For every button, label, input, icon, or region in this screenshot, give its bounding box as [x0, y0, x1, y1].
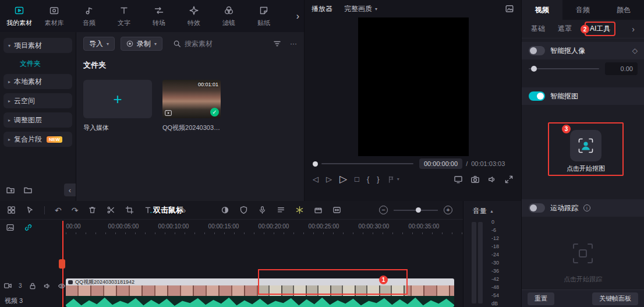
reset-button[interactable]: 重置	[528, 292, 554, 305]
search-input[interactable]	[185, 40, 249, 48]
zoom-out-button[interactable]: −	[379, 206, 388, 214]
nav-audio[interactable]: 音频	[72, 2, 106, 30]
nav-effects[interactable]: 特效	[177, 2, 211, 30]
play-button[interactable]: ▷	[339, 174, 347, 184]
top-nav: 我的素材 素材库 音频 文字 转场 特效 滤镜 贴纸 ›	[0, 0, 304, 32]
link-icon[interactable]	[24, 223, 33, 232]
folder-icon[interactable]	[23, 185, 33, 195]
volume-header[interactable]: 音量 ▲	[463, 201, 521, 216]
visibility-eye-icon[interactable]	[58, 282, 66, 290]
folder-add-icon[interactable]	[6, 185, 15, 195]
screen-compare-icon[interactable]	[454, 175, 463, 184]
tab-color[interactable]: 颜色	[603, 0, 644, 20]
slider-knob[interactable]	[531, 66, 537, 72]
tab-video[interactable]: 视频	[522, 0, 562, 20]
nav-stickers[interactable]: 贴纸	[247, 2, 281, 30]
tab-audio[interactable]: 音频	[562, 0, 603, 20]
quality-label: 完整画质	[344, 4, 372, 14]
zoom-slider[interactable]	[394, 210, 438, 211]
nav-material-library[interactable]: 素材库	[37, 2, 71, 30]
motion-tracking-toggle[interactable]	[529, 203, 545, 213]
split-scissors-icon[interactable]	[107, 206, 115, 214]
crop-icon[interactable]	[125, 206, 134, 214]
import-button[interactable]: 导入 ▾	[83, 37, 115, 51]
zoom-knob[interactable]	[416, 207, 421, 213]
nav-filters[interactable]: 滤镜	[212, 2, 246, 30]
marker-clapper-icon[interactable]	[314, 206, 323, 214]
mic-icon[interactable]	[258, 206, 267, 214]
ruler-label: 00:00:35:00	[409, 223, 440, 230]
record-button[interactable]: 录制 ▾	[121, 37, 162, 51]
video-preview[interactable]	[358, 17, 469, 156]
mark-out-button[interactable]: }	[377, 175, 379, 183]
player-progress-row: 00:00:00:00 / 00:01:03:03	[305, 158, 522, 169]
start-cutout-button[interactable]	[570, 130, 601, 161]
scale-label: -6	[491, 227, 499, 233]
undo-button[interactable]: ↶	[55, 206, 62, 215]
sidebar-item-adjustment-layer[interactable]: ▸ 调整图层	[3, 112, 72, 128]
track-camera-icon	[3, 281, 12, 290]
nav-text[interactable]: 文字	[107, 2, 141, 30]
mark-in-button[interactable]: {	[367, 175, 369, 183]
redo-button[interactable]: ↷	[72, 206, 79, 215]
quality-select[interactable]: 完整画质 ▾	[344, 4, 377, 14]
filter-funnel-icon[interactable]	[273, 39, 282, 48]
subtabs-more-chevron[interactable]: ›	[632, 24, 635, 34]
smart-portrait-toggle[interactable]	[529, 46, 545, 55]
keyframe-diamond-icon[interactable]: ◇	[632, 47, 638, 55]
strength-slider[interactable]	[529, 68, 599, 69]
speaker-icon[interactable]	[487, 175, 497, 184]
smart-frame-icon[interactable]	[295, 206, 304, 214]
sidebar-item-folder[interactable]: 文件夹	[3, 57, 72, 70]
snapshot-camera-icon[interactable]	[470, 175, 480, 184]
ruler-label: 00:00	[66, 223, 80, 230]
flag-marker-button[interactable]: ▾	[387, 175, 399, 184]
sidebar-item-local-materials[interactable]: ▸ 本地素材	[3, 74, 72, 89]
fit-timeline-icon[interactable]	[332, 206, 341, 214]
lock-icon[interactable]	[29, 282, 37, 290]
nav-my-materials[interactable]: 我的素材	[2, 2, 36, 30]
timeline-ruler[interactable]: 00:00 00:00:05:00 00:00:10:00 00:00:15:0…	[0, 220, 463, 235]
playhead-handle[interactable]	[59, 259, 65, 269]
keyframe-panel-button[interactable]: 关键帧面板	[592, 292, 638, 305]
caret-down-icon: ▾	[8, 43, 10, 48]
current-time: 00:00:00:00	[419, 158, 462, 169]
caret-right-icon: ▸	[8, 79, 10, 84]
adjust-color-icon[interactable]	[221, 206, 229, 214]
stabilize-shield-icon[interactable]	[239, 206, 248, 214]
zoom-in-button[interactable]: +	[444, 206, 452, 214]
media-section-title: 文件夹	[83, 60, 297, 70]
mute-speaker-icon[interactable]	[43, 282, 51, 290]
skip-to-start-button[interactable]: ◁	[313, 175, 319, 183]
sidebar-collapse-button[interactable]: ‹	[64, 184, 76, 196]
subtab-mask[interactable]: 遮罩	[558, 24, 572, 34]
delete-icon[interactable]	[88, 206, 97, 214]
preview-image-icon[interactable]	[505, 4, 514, 13]
caption-lines-icon[interactable]	[277, 206, 285, 214]
nav-transitions[interactable]: 转场	[142, 2, 176, 30]
strength-value-field[interactable]: 0.00	[605, 62, 638, 75]
caret-down-icon: ▾	[154, 41, 157, 47]
import-media-card[interactable]: +	[83, 80, 152, 118]
text-tool-icon[interactable]	[144, 206, 153, 214]
video-thumbnail[interactable]: 00:01:01 ✓	[162, 80, 221, 118]
cover-image-icon[interactable]	[6, 223, 15, 232]
smart-cutout-toggle[interactable]	[529, 91, 545, 101]
progress-track[interactable]	[321, 163, 413, 164]
clip-film-icon	[68, 280, 73, 284]
sidebar-item-project-materials[interactable]: ▾ 项目素材	[3, 38, 72, 53]
fullscreen-icon[interactable]	[504, 175, 514, 184]
nav-expand-chevron[interactable]: ›	[296, 11, 302, 22]
panel-grid-icon[interactable]	[7, 206, 16, 214]
subtab-ai-tools[interactable]: 2 AI工具	[585, 22, 615, 36]
subtab-basic[interactable]: 基础	[531, 24, 545, 34]
sidebar-item-cloud-space[interactable]: ▸ 云空间	[3, 93, 72, 108]
progress-handle[interactable]	[313, 161, 318, 167]
step-forward-button[interactable]: ▷	[326, 175, 332, 183]
cursor-tool-icon[interactable]	[26, 206, 34, 214]
smart-cutout-label: 智能抠图	[550, 91, 578, 101]
more-options-icon[interactable]: ···	[290, 40, 297, 48]
sidebar-item-compound-clip[interactable]: ▸ 复合片段 NEW	[3, 132, 72, 147]
scale-label: -42	[491, 276, 499, 282]
stop-button[interactable]: □	[355, 175, 359, 183]
